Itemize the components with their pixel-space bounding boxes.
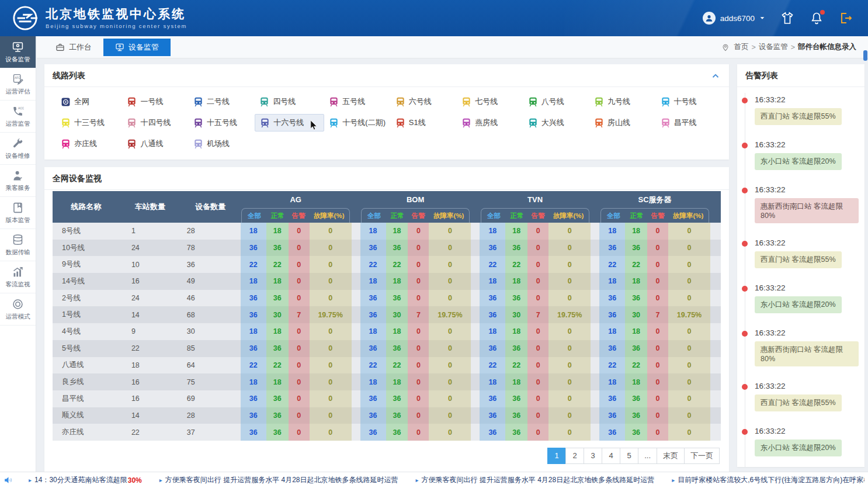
- table-row-1号线[interactable]: 1号线14683630719.75%3630719.75%3630719.75%…: [53, 306, 721, 323]
- cell-TVN-故障率(%): 0: [548, 390, 591, 407]
- tab-工作台[interactable]: 工作台: [44, 39, 103, 56]
- page-button-下一页[interactable]: 下一页: [684, 448, 720, 464]
- line-item-十号线(二期)[interactable]: 十号线(二期): [324, 114, 390, 131]
- cell-value: 0: [536, 344, 540, 352]
- line-item-十五号线[interactable]: 十五号线: [189, 114, 242, 131]
- alarm-item[interactable]: 16:33:22惠新西街南口站 客流超限80%: [737, 328, 859, 366]
- cell-value: 0: [328, 394, 332, 403]
- cell-SC服务器-全部: 18: [599, 273, 625, 290]
- sidebar-item-运营评估[interactable]: AFC运营评估: [0, 68, 36, 101]
- table-row-8号线[interactable]: 8号线128181800181800181800181800: [53, 223, 721, 240]
- cell-value: 19.75%: [677, 311, 702, 319]
- alarm-item[interactable]: 16:33:22西直门站 客流超限55%: [737, 382, 859, 411]
- page-button-末页[interactable]: 末页: [657, 448, 685, 464]
- cell-value: 0: [416, 361, 421, 369]
- table-row-昌平线[interactable]: 昌平线1669363600363600363600363600: [53, 390, 721, 407]
- theme-shirt-icon[interactable]: [780, 11, 794, 25]
- group-spacer: [471, 340, 480, 357]
- cell-SC服务器-告警: 0: [647, 390, 668, 407]
- page-button-1[interactable]: 1: [547, 448, 566, 464]
- cell-TVN-故障率(%): 0: [548, 407, 591, 424]
- page-button-4[interactable]: 4: [602, 448, 620, 464]
- breadcrumb-item[interactable]: 首页: [734, 42, 748, 52]
- line-item-八通线[interactable]: 八通线: [122, 135, 172, 153]
- line-item-亦庄线[interactable]: 亦庄线: [56, 135, 106, 153]
- table-row-2号线[interactable]: 2号线2446363600363600363600363600: [53, 290, 721, 307]
- collapse-chevron-up-icon[interactable]: [710, 71, 721, 81]
- table-row-良乡线[interactable]: 良乡线1675181800181800181800181800: [53, 373, 721, 390]
- line-item-五号线[interactable]: 五号线: [324, 93, 374, 110]
- row-cell: 30: [181, 323, 241, 340]
- alarm-item[interactable]: 16:33:22西直门站 客流超限55%: [737, 95, 859, 125]
- line-item-十号线[interactable]: 十号线: [656, 93, 706, 110]
- sidebar-item-运营监管[interactable]: ACC运营监管: [0, 101, 36, 133]
- line-item-四号线[interactable]: 四号线: [255, 93, 305, 110]
- alarm-list[interactable]: 16:33:22西直门站 客流超限55%16:33:22东小口站 客流超限20%…: [737, 87, 864, 467]
- sidebar-item-设备监管[interactable]: 设备监管: [0, 36, 36, 68]
- table-row-八通线[interactable]: 八通线1864222200222200222200222200: [53, 357, 721, 374]
- table-row-亦庄线[interactable]: 亦庄线2237363600363600363600363600: [53, 424, 721, 441]
- line-item-S1线[interactable]: S1线: [391, 114, 441, 131]
- line-item-二号线[interactable]: 二号线: [189, 93, 239, 110]
- user-menu[interactable]: adds6700: [703, 12, 765, 25]
- notifications-bell-icon[interactable]: [810, 11, 824, 25]
- cell-value: 22: [273, 261, 282, 269]
- line-item-九号线[interactable]: 九号线: [589, 93, 640, 110]
- sidebar-item-设备维修[interactable]: 设备维修: [0, 133, 36, 165]
- sidebar-item-label: 客流监视: [6, 281, 30, 289]
- sidebar-item-乘客服务[interactable]: 乘客服务: [0, 165, 36, 197]
- cell-BOM-故障率(%): 0: [429, 424, 471, 441]
- group-spacer: [471, 273, 480, 290]
- line-item-六号线[interactable]: 六号线: [391, 93, 441, 110]
- table-row-顺义线[interactable]: 顺义线1428363600363600363600363600: [53, 407, 721, 424]
- group-spacer: [710, 373, 721, 390]
- alarm-item[interactable]: 16:33:22东小口站 客流超限20%: [737, 427, 859, 456]
- cell-TVN-全部: 18: [480, 323, 505, 340]
- cell-AG-告警: 0: [289, 373, 310, 390]
- line-item-十三号线[interactable]: 十三号线: [56, 114, 109, 131]
- ticker-text: 方便乘客夜间出行 提升运营服务水平 4月28日起北京地铁多条线路延时运营: [165, 475, 398, 485]
- line-item-七号线[interactable]: 七号线: [457, 93, 507, 110]
- line-item-燕房线[interactable]: 燕房线: [457, 114, 507, 131]
- table-row-4号线[interactable]: 4号线930181800181800181800181800: [53, 323, 721, 340]
- page-button-...[interactable]: ...: [638, 448, 657, 464]
- line-item-十六号线[interactable]: 十六号线: [255, 114, 324, 131]
- line-item-label: 九号线: [607, 96, 630, 107]
- page-button-5[interactable]: 5: [620, 448, 638, 464]
- group-spacer: [591, 256, 599, 273]
- line-item-一号线[interactable]: 一号线: [122, 93, 172, 110]
- line-item-全网[interactable]: 全网: [56, 93, 106, 110]
- window-scrollbar-thumb[interactable]: [863, 50, 867, 61]
- table-row-10号线[interactable]: 10号线2478363600363600363600363600: [53, 240, 721, 257]
- sidebar-item-数据传输[interactable]: 数据传输: [0, 229, 36, 261]
- cell-AG-全部: 36: [241, 290, 266, 307]
- train-icon: [661, 118, 671, 128]
- table-row-5号线[interactable]: 5号线2285363600363600363600363600: [53, 340, 721, 357]
- line-item-机场线[interactable]: 机场线: [189, 135, 239, 153]
- line-item-十四号线[interactable]: 十四号线: [122, 114, 175, 131]
- page-button-2[interactable]: 2: [565, 448, 584, 464]
- line-item-八号线[interactable]: 八号线: [523, 93, 574, 110]
- cell-AG-全部: 36: [241, 390, 266, 407]
- sidebar-item-版本监管[interactable]: 版本监管: [0, 197, 36, 229]
- subcol-header-故障率(%): 故障率(%): [308, 212, 349, 220]
- logout-icon[interactable]: [839, 11, 853, 25]
- line-item-昌平线[interactable]: 昌平线: [656, 114, 706, 131]
- sidebar-item-客流监视[interactable]: 客流监视: [0, 261, 36, 293]
- sidebar-item-运营模式[interactable]: 运营模式: [0, 293, 36, 326]
- cell-value: 0: [297, 394, 301, 403]
- cell-SC服务器-故障率(%): 19.75%: [668, 306, 710, 323]
- line-item-大兴线[interactable]: 大兴线: [523, 114, 574, 131]
- line-item-房山线[interactable]: 房山线: [589, 114, 640, 131]
- alarm-item[interactable]: 16:33:22惠新西街南口站 客流超限80%: [737, 185, 859, 223]
- page-button-3[interactable]: 3: [584, 448, 602, 464]
- alarm-item[interactable]: 16:33:22西直门站 客流超限55%: [737, 238, 859, 268]
- cell-SC服务器-故障率(%): 0: [668, 357, 710, 374]
- table-row-9号线[interactable]: 9号线1036222200222200222200222200: [53, 256, 721, 273]
- sidebar-item-label: 运营监管: [6, 120, 30, 128]
- alarm-item[interactable]: 16:33:22东小口站 客流超限20%: [737, 140, 859, 170]
- alarm-item[interactable]: 16:33:22东小口站 客流超限20%: [737, 283, 859, 313]
- breadcrumb-item[interactable]: 设备监管: [759, 42, 788, 52]
- table-row-14号线[interactable]: 14号线1649181800181800181800181800: [53, 273, 721, 290]
- tab-设备监管[interactable]: 设备监管: [103, 39, 171, 56]
